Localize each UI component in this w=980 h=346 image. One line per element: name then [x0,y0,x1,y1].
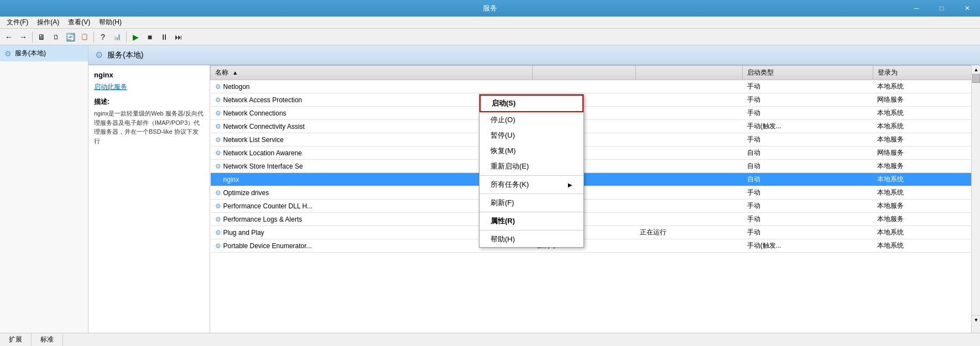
col-name[interactable]: 名称 ▲ [211,66,533,80]
context-menu-item-label: 帮助(H) [491,234,515,244]
cell-status [635,186,742,200]
scrollbar[interactable]: ▼ ▲ [971,65,980,333]
cell-logon: 本地服务 [873,213,979,226]
back-button[interactable]: ← [2,31,15,43]
context-menu-item[interactable]: 恢复(M) [479,143,583,159]
menu-action[interactable]: 操作(A) [33,17,64,28]
tab-expand[interactable]: 扩展 [0,333,32,346]
cell-status [635,120,742,133]
menu-file[interactable]: 文件(F) [2,17,33,28]
menu-help[interactable]: 帮助(H) [95,17,126,28]
context-menu-item[interactable]: 属性(R) [479,213,583,229]
cell-status [635,213,742,226]
cell-name: ⚙Netlogon [211,80,533,93]
restart-service-button[interactable]: ⏭ [172,31,185,43]
menu-view[interactable]: 查看(V) [64,17,95,28]
row-gear-icon: ⚙ [215,162,221,170]
cell-logon: 网络服务 [873,146,979,160]
left-panel: nginx 启动此服务 描述: nginx是一款轻量级的Web 服务器/反向代理… [88,65,210,333]
window-controls: ─ □ ✕ [904,0,980,17]
context-menu-item[interactable]: 启动(S) [479,95,583,112]
menu-bar: 文件(F) 操作(A) 查看(V) 帮助(H) [0,17,980,29]
cell-start-type: 手动 [743,107,873,120]
context-menu-item[interactable]: 暂停(U) [479,128,583,143]
context-menu-item-label: 启动(S) [492,98,515,108]
refresh-button[interactable]: 🔄 [64,31,77,43]
table-row[interactable]: ⚙Network Connectivity Assist 手动(触发... 本地… [211,120,980,133]
help-button[interactable]: ? [96,31,110,43]
context-menu-item[interactable]: 所有任务(K)▶ [479,177,583,192]
table-row[interactable]: ⚙Portable Device Enumerator... 强制可... 手动… [211,239,980,253]
col-start-type[interactable]: 启动类型 [743,66,873,80]
row-gear-icon: ⚙ [215,109,221,117]
services-table: 名称 ▲ 启动类型 登录为 ⚙Netlogon 手动 本地系统 ⚙Network… [210,65,980,253]
tab-standard[interactable]: 标准 [32,333,63,346]
cell-start-type: 手动 [743,93,873,107]
context-menu: 启动(S)停止(O)暂停(U)恢复(M)重新启动(E)所有任务(K)▶刷新(F)… [479,94,584,248]
cell-status [635,146,742,160]
scroll-up-button[interactable]: ▲ [972,65,980,74]
table-row[interactable]: ⚙Plug and Play 使计算... 正在运行 手动 本地系统 [211,226,980,239]
cell-logon: 网络服务 [873,93,979,107]
content-header-title: 服务(本地) [107,50,143,60]
cell-logon: 本地系统 [873,120,979,133]
export-button[interactable]: 📋 [78,31,91,43]
title-bar: 服务 ─ □ ✕ [0,0,980,17]
table-row[interactable]: ⚙nginx nginx... 自动 本地系统 [211,173,980,186]
row-gear-icon: ⚙ [215,96,221,104]
console-button[interactable]: 🖥 [35,31,48,43]
context-menu-item[interactable]: 停止(O) [479,112,583,128]
maximize-button[interactable]: □ [929,0,955,17]
cell-logon: 本地系统 [873,173,979,186]
table-row[interactable]: ⚙Network Access Protection 手动 网络服务 [211,93,980,107]
pause-service-button[interactable]: ⏸ [158,31,171,43]
status-bar: 扩展 标准 [0,333,980,346]
table-row[interactable]: ⚙Performance Counter DLL H... 使远程... 手动 … [211,200,980,213]
cell-status: 正在运行 [635,226,742,239]
stop-service-button[interactable]: ■ [143,31,157,43]
table-row[interactable]: ⚙Netlogon 手动 本地系统 [211,80,980,93]
new-window-button[interactable]: 🗋 [49,31,62,43]
start-service-button[interactable]: ▶ [129,31,142,43]
properties-button[interactable]: 📊 [111,31,124,43]
cell-start-type: 手动 [743,80,873,93]
context-menu-item-label: 暂停(U) [491,130,515,140]
window-title: 服务 [483,3,497,13]
cell-status [635,93,742,107]
cell-logon: 本地系统 [873,107,979,120]
cell-desc [532,80,635,93]
minimize-button[interactable]: ─ [904,0,929,17]
row-gear-icon: ⚙ [215,149,221,157]
scroll-down-button[interactable]: ▼ [972,315,980,324]
col-logon[interactable]: 登录为 [873,66,979,80]
context-menu-item-label: 属性(R) [491,216,515,226]
start-service-link[interactable]: 启动此服务 [94,82,204,92]
context-menu-item-label: 刷新(F) [491,198,514,208]
row-gear-icon: ⚙ [215,136,221,144]
cell-logon: 本地服务 [873,133,979,146]
context-menu-item[interactable]: 重新启动(E) [479,159,583,174]
table-row[interactable]: ⚙Performance Logs & Alerts 性能日... 手动 本地服… [211,213,980,226]
close-button[interactable]: ✕ [955,0,980,17]
forward-button[interactable]: → [17,31,30,43]
col-desc[interactable] [532,66,635,80]
row-gear-icon: ⚙ [215,189,221,197]
table-row[interactable]: ⚙Network Location Awarene 自动 网络服务 [211,146,980,160]
row-gear-icon: ⚙ [215,229,221,237]
context-menu-separator [479,175,583,176]
desc-label: 描述: [94,97,204,107]
content-area: ⚙ 服务(本地) nginx 启动此服务 描述: nginx是一款轻量级的Web… [88,45,980,333]
table-row[interactable]: ⚙Network Connections 手动 本地系统 [211,107,980,120]
row-gear-icon: ⚙ [215,216,221,223]
context-menu-item[interactable]: 帮助(H) [479,232,583,247]
col-status[interactable] [635,66,742,80]
sidebar-item-local[interactable]: ⚙ 服务(本地) [0,45,88,61]
cell-logon: 本地服务 [873,200,979,213]
row-gear-icon: ⚙ [215,242,221,250]
sidebar: ⚙ 服务(本地) [0,45,88,333]
context-menu-item[interactable]: 刷新(F) [479,195,583,211]
cell-logon: 本地服务 [873,160,979,173]
table-row[interactable]: ⚙Network List Service 手动 本地服务 [211,133,980,146]
table-row[interactable]: ⚙Optimize drives 通过优... 手动 本地系统 [211,186,980,200]
table-row[interactable]: ⚙Network Store Interface Se 自动 本地服务 [211,160,980,173]
